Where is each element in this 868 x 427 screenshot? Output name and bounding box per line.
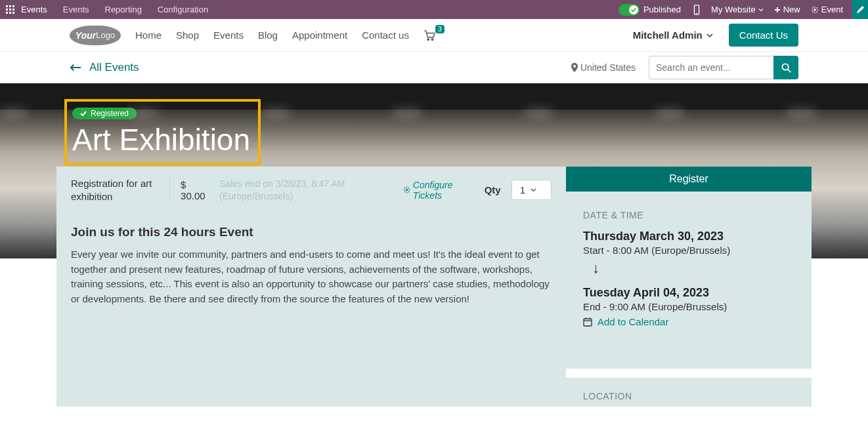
registered-badge: Registered [72,108,137,119]
datetime-heading: DATE & TIME [583,210,794,220]
chevron-down-icon [758,7,764,12]
ticket-price: $ 30.00 [181,179,209,201]
start-date: Thursday March 30, 2023 [583,230,794,243]
calendar-icon [583,317,592,327]
cart-icon [423,30,435,41]
new-button[interactable]: New [774,5,800,14]
svg-rect-4 [9,9,11,10]
gear-icon [403,186,410,194]
register-button[interactable]: Register [566,167,812,192]
svg-rect-8 [12,12,14,14]
svg-line-17 [816,11,817,12]
logo[interactable]: YourLogo [70,26,121,45]
top-menu-events[interactable]: Events [63,5,89,14]
svg-rect-7 [9,12,11,14]
nav-home[interactable]: Home [135,30,162,41]
svg-point-22 [782,64,788,70]
search-button[interactable] [773,56,798,79]
nav-blog[interactable]: Blog [258,30,278,41]
svg-line-18 [812,11,813,12]
cart-button[interactable]: 3 [423,30,435,41]
svg-line-16 [812,7,813,8]
map-pin-icon [571,63,578,72]
search-input[interactable] [649,56,773,79]
search-icon [781,63,791,73]
user-menu[interactable]: Mitchell Admin [633,30,713,41]
contact-us-button[interactable]: Contact Us [729,24,798,47]
svg-rect-5 [12,9,14,10]
my-website-menu[interactable]: My Website [711,5,764,14]
chevron-down-icon [706,32,713,39]
arrow-left-icon [70,64,81,71]
svg-point-20 [427,39,429,40]
svg-rect-3 [6,9,8,10]
svg-line-29 [404,188,405,188]
nav-contact[interactable]: Contact us [362,30,409,41]
pencil-icon [856,5,865,14]
chevron-down-icon [531,187,536,193]
nav-events[interactable]: Events [213,30,244,41]
svg-rect-2 [12,5,14,7]
description-heading: Join us for this 24 hours Event [71,225,552,239]
cart-badge: 3 [435,25,445,33]
edit-button[interactable] [852,0,868,19]
qty-label: Qty [485,184,501,195]
svg-line-23 [787,69,790,71]
check-icon [80,111,87,116]
mobile-icon[interactable] [693,5,701,15]
qty-select[interactable]: 1 [511,180,552,200]
svg-point-24 [406,189,408,191]
location-filter[interactable]: United States [571,62,636,73]
description-body: Every year we invite our community, part… [71,247,552,306]
svg-point-21 [431,39,433,40]
event-title-box: Registered Art Exhibition [64,99,261,165]
ticket-name: Registration for art exhibition [71,177,170,203]
app-brand[interactable]: Events [21,5,47,14]
published-label: Published [643,5,681,14]
end-time: End - 9:00 AM (Europe/Brussels) [583,301,794,312]
top-menu-configuration[interactable]: Configuration [158,5,208,14]
gear-icon [811,6,819,14]
ticket-sales-end: Sales end on 3/28/23, 8:47 AM (Europe/Br… [219,178,393,201]
plus-icon [774,7,781,13]
svg-line-32 [408,188,408,188]
add-to-calendar-link[interactable]: Add to Calendar [583,316,668,327]
start-time: Start - 8:00 AM (Europe/Brussels) [583,245,794,256]
nav-appointment[interactable]: Appointment [292,30,347,41]
published-toggle[interactable]: Published [618,4,681,16]
svg-line-30 [408,192,408,192]
svg-rect-1 [9,5,11,7]
event-title: Art Exhibition [72,122,250,157]
svg-rect-0 [6,5,8,7]
configure-tickets-link[interactable]: Configure Tickets [403,180,474,201]
svg-rect-6 [6,12,8,14]
nav-shop[interactable]: Shop [176,30,199,41]
top-menu-reporting[interactable]: Reporting [105,5,142,14]
all-events-link[interactable]: All Events [70,61,139,74]
svg-line-31 [404,192,405,192]
apps-icon[interactable] [5,5,16,15]
location-heading: LOCATION [583,391,794,401]
svg-line-19 [816,7,817,8]
arrow-down-icon: ↓ [592,260,794,277]
event-settings-button[interactable]: Event [811,5,843,14]
end-date: Tuesday April 04, 2023 [583,286,794,300]
svg-point-11 [814,9,815,10]
svg-rect-33 [584,319,592,326]
